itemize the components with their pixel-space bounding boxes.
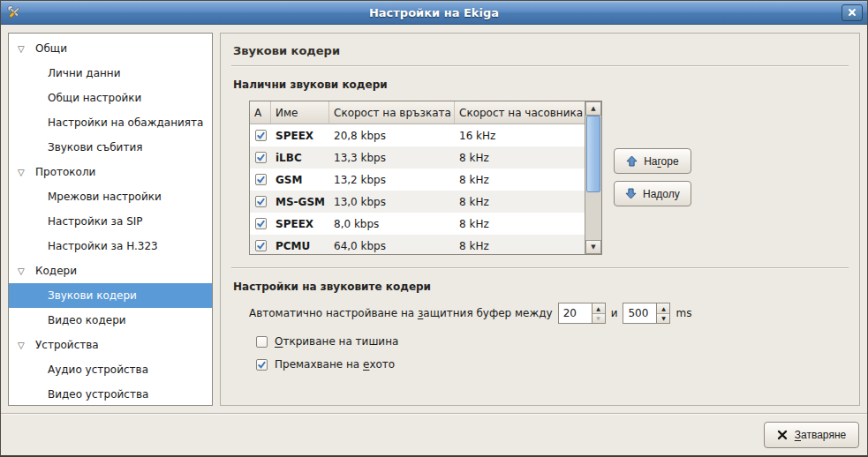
codec-clock-rate: 8 kHz (455, 146, 585, 169)
codec-name: MS-GSM (271, 191, 329, 213)
dialog-body: ▽ОбщиЛични данниОбщи настройкиНастройки … (1, 26, 867, 413)
sidebar-item[interactable]: ▽Протоколи (9, 160, 212, 184)
codec-table-columns: А Име Скорост на връзката Скорост на час… (250, 101, 585, 254)
sidebar-item[interactable]: ▽Общи (9, 36, 212, 61)
codec-enabled-checkbox[interactable] (255, 240, 267, 251)
sidebar-item-label: Видео устройства (48, 388, 148, 401)
sidebar-item[interactable]: Настройки за H.323 (9, 234, 212, 258)
sidebar-item-label: Устройства (35, 339, 99, 351)
column-header-active[interactable]: А (250, 101, 271, 124)
jitter-min-value[interactable]: 20 (559, 303, 592, 323)
window-title: Настройки на Ekiga (1, 1, 867, 25)
scrollbar-track[interactable] (585, 116, 601, 240)
spin-down-icon[interactable]: ▼ (593, 313, 605, 324)
table-row[interactable]: MS-GSM13,0 kbps8 kHz (250, 191, 585, 213)
codec-name: SPEEX (271, 124, 329, 146)
codec-bitrate: 20,8 kbps (329, 124, 455, 146)
table-row[interactable]: iLBC13,3 kbps8 kHz (250, 146, 585, 169)
sidebar-item[interactable]: Настройки за SIP (9, 209, 212, 234)
table-scrollbar[interactable]: ▲ ▼ (585, 101, 601, 254)
window-close-button[interactable] (842, 4, 863, 21)
reorder-buttons: Нагоре Надолу (614, 101, 691, 206)
table-row[interactable]: GSM13,2 kbps8 kHz (250, 169, 585, 191)
sidebar-item-label: Общи настройки (48, 92, 141, 104)
sidebar-item[interactable]: Лични данни (9, 61, 212, 86)
column-header-clock[interactable]: Скорост на часовника (455, 101, 585, 124)
sidebar-item[interactable]: Настройки на обажданията (9, 110, 212, 135)
table-row[interactable]: PCMU64,0 kbps8 kHz (250, 235, 585, 254)
codec-enabled-checkbox[interactable] (255, 130, 267, 141)
silence-detection-row: Откриване на тишина (256, 335, 849, 348)
expander-icon[interactable]: ▽ (18, 266, 35, 276)
sidebar-item[interactable]: Видео кодери (9, 308, 212, 333)
table-row[interactable]: SPEEX8,0 kbps8 kHz (250, 213, 585, 235)
scroll-up-icon[interactable]: ▲ (585, 101, 601, 116)
move-down-button[interactable]: Надолу (614, 181, 691, 206)
echo-cancellation-row: Премахване на ехото (256, 358, 849, 371)
codec-name: GSM (271, 169, 329, 191)
close-button[interactable]: Затваряне (764, 422, 859, 448)
codec-enabled-checkbox[interactable] (255, 152, 267, 163)
sidebar-item[interactable]: ▽Устройства (9, 333, 212, 357)
sidebar-item[interactable]: Звукови кодери (9, 283, 212, 308)
title-separator (231, 65, 849, 67)
column-header-name[interactable]: Име (271, 101, 329, 124)
sidebar-item[interactable]: Общи настройки (9, 86, 212, 110)
codec-bitrate: 8,0 kbps (329, 213, 455, 235)
arrow-up-icon (626, 155, 638, 167)
sidebar-item-label: Звукови събития (48, 141, 142, 154)
jitter-unit-label: ms (676, 307, 691, 319)
codec-bitrate: 13,3 kbps (329, 146, 455, 169)
preferences-window: Настройки на Ekiga ▽ОбщиЛични данниОбщи … (0, 0, 868, 457)
jitter-buffer-row: Автоматично настройване на защитния буфе… (249, 303, 849, 324)
jitter-min-spinner[interactable]: 20 ▲ ▼ (558, 303, 606, 324)
page-title: Звукови кодери (231, 42, 849, 65)
sidebar-item[interactable]: Аудио устройства (9, 357, 212, 382)
codec-name: PCMU (271, 235, 329, 254)
sidebar-item[interactable]: Мрежови настройки (9, 184, 212, 209)
codec-name: iLBC (271, 146, 329, 169)
silence-detection-checkbox[interactable] (256, 336, 268, 348)
tools-icon (5, 4, 23, 21)
scrollbar-thumb[interactable] (586, 116, 600, 192)
codec-clock-rate: 8 kHz (455, 169, 585, 191)
titlebar[interactable]: Настройки на Ekiga (1, 1, 867, 25)
codec-name: SPEEX (271, 213, 329, 235)
table-row[interactable]: SPEEX20,8 kbps16 kHz (250, 124, 585, 146)
close-x-icon (777, 430, 788, 440)
codec-enabled-checkbox[interactable] (255, 174, 267, 185)
sidebar-item-label: Настройки за SIP (48, 215, 143, 228)
expander-icon[interactable]: ▽ (18, 168, 35, 177)
codec-enabled-checkbox[interactable] (255, 218, 267, 229)
sidebar-item[interactable]: ▽Кодери (9, 258, 212, 283)
sidebar-item-label: Видео кодери (48, 314, 126, 326)
sidebar-item-label: Общи (35, 42, 67, 55)
main-panel: Звукови кодери Налични звукови кодери А … (220, 33, 860, 406)
jitter-buffer-label: Автоматично настройване на защитния буфе… (249, 307, 553, 319)
sidebar-item[interactable]: Звукови събития (9, 135, 212, 160)
jitter-max-value[interactable]: 500 (623, 303, 656, 323)
spin-down-icon[interactable]: ▼ (657, 313, 669, 324)
sidebar-item-label: Мрежови настройки (48, 191, 162, 203)
expander-icon[interactable]: ▽ (18, 341, 35, 350)
expander-icon[interactable]: ▽ (18, 44, 35, 54)
column-header-bitrate[interactable]: Скорост на връзката (329, 101, 455, 124)
available-codecs-heading: Налични звукови кодери (233, 79, 849, 91)
codec-bitrate: 13,0 kbps (329, 191, 455, 213)
spin-up-icon[interactable]: ▲ (593, 303, 605, 313)
echo-cancellation-label: Премахване на ехото (275, 358, 395, 371)
move-up-button[interactable]: Нагоре (614, 148, 691, 174)
sidebar-item[interactable]: Видео устройства (9, 382, 212, 406)
codec-clock-rate: 16 kHz (455, 124, 585, 146)
sidebar-item-label: Протоколи (35, 166, 95, 178)
spin-up-icon[interactable]: ▲ (657, 303, 669, 313)
sidebar-item-label: Звукови кодери (48, 289, 137, 302)
codec-clock-rate: 8 kHz (455, 191, 585, 213)
close-icon (848, 8, 857, 17)
scroll-down-icon[interactable]: ▼ (585, 240, 601, 254)
jitter-max-spinner[interactable]: 500 ▲ ▼ (623, 303, 670, 324)
codec-enabled-checkbox[interactable] (255, 196, 267, 207)
codec-clock-rate: 8 kHz (455, 213, 585, 235)
arrow-down-icon (625, 188, 637, 199)
echo-cancellation-checkbox[interactable] (256, 359, 268, 371)
